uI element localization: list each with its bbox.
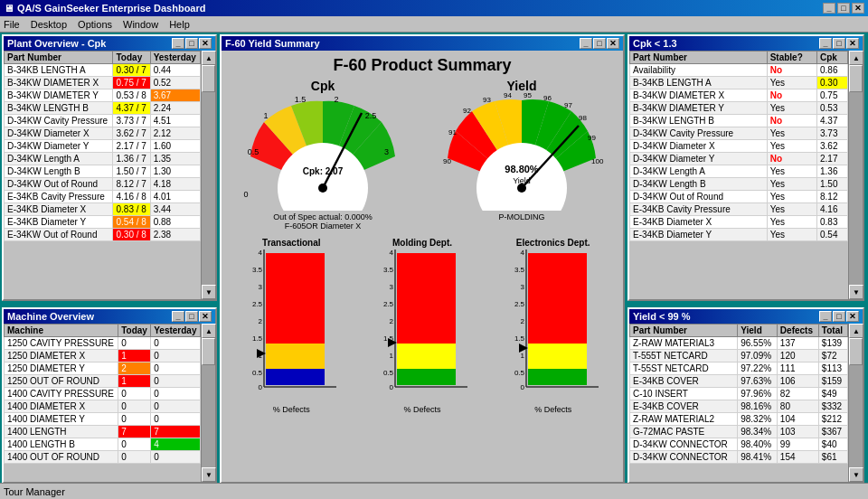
yield-lt-minimize[interactable]: _ xyxy=(819,311,832,322)
yield-lt-row-defects: 111 xyxy=(777,362,818,375)
machine-row-name: 1250 DIAMETER Y xyxy=(5,362,118,375)
machine-scroll-up[interactable]: ▲ xyxy=(202,324,216,338)
status-text: Tour Manager xyxy=(4,486,65,497)
plant-row-yesterday: 1.35 xyxy=(150,153,200,165)
close-button[interactable]: ✕ xyxy=(852,3,864,14)
svg-text:98.80%: 98.80% xyxy=(505,164,539,174)
machine-scrollbar[interactable]: ▲ ▼ xyxy=(201,324,215,482)
cpk-row-part: B-34KB LENGTH A xyxy=(630,77,768,89)
plant-row-part: D-34KW Length A xyxy=(5,153,113,165)
yield-lt-row-yield: 98.34% xyxy=(738,426,778,438)
minimize-button[interactable]: _ xyxy=(823,3,835,14)
plant-row-today: 0.54 / 8 xyxy=(113,216,150,229)
plant-overview-table-scroll[interactable]: Part Number Today Yesterday B-34KB LENGT… xyxy=(4,51,201,299)
cpk-row-part: E-34KB Diameter Y xyxy=(630,229,768,241)
cpk-section-label: Cpk xyxy=(227,79,418,93)
machine-row-name: 1400 DIAMETER X xyxy=(5,400,118,413)
cpk-row-cpk: 3.73 xyxy=(817,127,848,140)
electronics-chart-svg: 4 3.5 3 2.5 2 1.5 1 0.5 0 xyxy=(508,250,599,401)
yield-lt-row-total: $72 xyxy=(818,350,847,362)
yield-minimize[interactable]: _ xyxy=(580,38,592,49)
svg-text:100: 100 xyxy=(591,157,604,165)
svg-text:3: 3 xyxy=(259,283,263,291)
cpk-table-scroll[interactable]: Part Number Stable? Cpk AvailabilityNo0.… xyxy=(629,51,848,299)
yield-lt-row-defects: 106 xyxy=(777,375,818,388)
yield-maximize[interactable]: □ xyxy=(593,38,606,49)
cpk-row-stable: Yes xyxy=(767,229,816,241)
machine-row-name: 1400 CAVITY PRESSURE xyxy=(5,388,118,400)
svg-text:0: 0 xyxy=(390,383,394,391)
scroll-track[interactable] xyxy=(202,65,215,285)
machine-row-yesterday: 0 xyxy=(151,362,201,375)
plant-overview-minimize[interactable]: _ xyxy=(172,38,184,49)
cpk-row-part: D-34KW Diameter X xyxy=(630,140,768,153)
yield-close[interactable]: ✕ xyxy=(607,38,619,49)
svg-text:3.5: 3.5 xyxy=(514,266,525,274)
machine-col-yesterday: Yesterday xyxy=(151,325,201,337)
cpk-maximize[interactable]: □ xyxy=(833,38,845,49)
machine-col-name: Machine xyxy=(5,325,118,337)
plant-overview-scrollbar[interactable]: ▲ ▼ xyxy=(201,51,215,299)
machine-overview-titlebar: Machine Overview _ □ ✕ xyxy=(4,309,215,324)
yield-lt-col-total: Total xyxy=(818,325,847,337)
cpk-scrollbar[interactable]: ▲ ▼ xyxy=(848,51,863,299)
yield-lt-row-total: $61 xyxy=(818,451,847,464)
plant-overview-maximize[interactable]: □ xyxy=(185,38,198,49)
menu-options[interactable]: Options xyxy=(78,19,112,30)
yield-lt-scroll-down[interactable]: ▼ xyxy=(849,467,863,482)
svg-text:2.5: 2.5 xyxy=(252,300,263,308)
plant-col-part: Part Number xyxy=(5,52,113,64)
yield-lt-row-total: $49 xyxy=(818,388,847,400)
cpk-close[interactable]: ✕ xyxy=(846,38,859,49)
cpk-scroll-up[interactable]: ▲ xyxy=(849,51,863,65)
svg-text:0.5: 0.5 xyxy=(252,369,263,377)
svg-text:2: 2 xyxy=(334,95,338,104)
machine-overview-window: Machine Overview _ □ ✕ Machine Today Yes… xyxy=(2,307,217,484)
yield-lt-row-yield: 96.55% xyxy=(738,337,778,350)
yield-lt-row-part: Z-RAW MATERIAL3 xyxy=(630,337,738,350)
transactional-chart-svg: 4 3.5 3 2.5 2 1.5 1 0.5 0 xyxy=(246,250,336,401)
scroll-down-btn[interactable]: ▼ xyxy=(202,285,216,299)
cpk-row-stable: No xyxy=(767,89,816,102)
yield-lt-scrollbar[interactable]: ▲ ▼ xyxy=(848,324,863,482)
yield-lt-row-defects: 120 xyxy=(777,350,818,362)
yield-lt-scroll-up[interactable]: ▲ xyxy=(849,324,863,338)
machine-overview-table-scroll[interactable]: Machine Today Yesterday 1250 CAVITY PRES… xyxy=(4,324,201,482)
cpk-row-part: Availability xyxy=(630,64,768,77)
svg-text:3: 3 xyxy=(384,147,389,156)
cpk-row-part: D-34KW Out of Round xyxy=(630,191,768,203)
plant-row-yesterday: 0.44 xyxy=(150,64,200,77)
maximize-button[interactable]: □ xyxy=(837,3,850,14)
yield-lt-table-scroll[interactable]: Part Number Yield Defects Total Z-RAW MA… xyxy=(629,324,848,482)
machine-close[interactable]: ✕ xyxy=(199,311,212,322)
svg-rect-70 xyxy=(528,369,587,385)
scroll-thumb[interactable] xyxy=(202,65,215,92)
yield-lt-col-part: Part Number xyxy=(630,325,738,337)
svg-text:97: 97 xyxy=(564,101,572,109)
cpk-row-cpk: 0.54 xyxy=(817,229,848,241)
menu-desktop[interactable]: Desktop xyxy=(31,19,67,30)
svg-text:2.5: 2.5 xyxy=(514,300,525,308)
svg-text:1.5: 1.5 xyxy=(514,334,525,343)
machine-scroll-down[interactable]: ▼ xyxy=(202,467,216,482)
app-title: QA/S GainSeeker Enterprise Dashboard xyxy=(17,3,205,14)
plant-overview-close[interactable]: ✕ xyxy=(199,38,212,49)
scroll-up-btn[interactable]: ▲ xyxy=(202,51,216,65)
machine-minimize[interactable]: _ xyxy=(172,311,184,322)
menu-file[interactable]: File xyxy=(4,19,20,30)
machine-row-today: 0 xyxy=(118,413,151,426)
machine-row-yesterday: 4 xyxy=(151,438,201,451)
yield-lt-close[interactable]: ✕ xyxy=(846,311,859,322)
plant-row-yesterday: 2.38 xyxy=(150,229,200,241)
yield-lt-row-part: C-10 INSERT xyxy=(630,388,738,400)
yield-section-label: Yield xyxy=(426,79,617,93)
menu-window[interactable]: Window xyxy=(123,19,158,30)
yield-lt-maximize[interactable]: □ xyxy=(833,311,845,322)
yield-lt-row-yield: 97.96% xyxy=(738,388,778,400)
svg-text:0: 0 xyxy=(520,383,524,391)
machine-maximize[interactable]: □ xyxy=(185,311,198,322)
cpk-minimize[interactable]: _ xyxy=(819,38,832,49)
cpk-scroll-down[interactable]: ▼ xyxy=(849,285,863,299)
plant-row-part: E-34KB Diameter Y xyxy=(5,216,113,229)
menu-help[interactable]: Help xyxy=(169,19,190,30)
